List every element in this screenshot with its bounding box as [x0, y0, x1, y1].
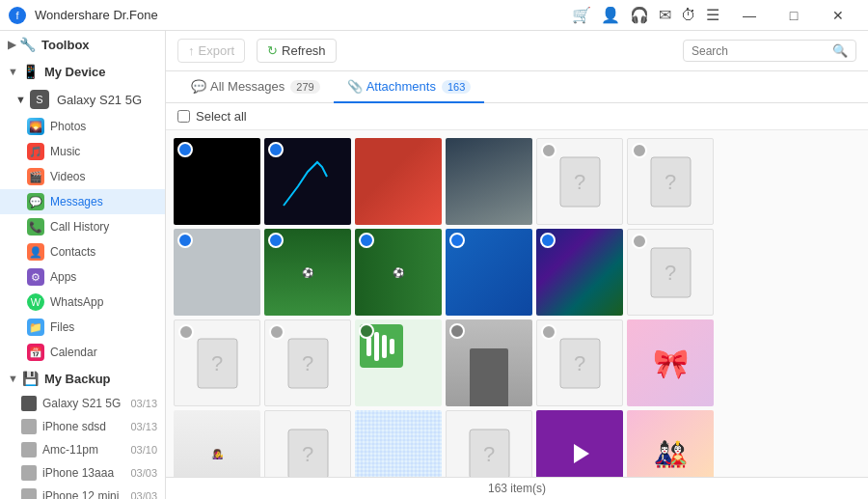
backup-galaxy[interactable]: Galaxy S21 5G 03/13 — [0, 392, 165, 415]
gallery-cell[interactable] — [446, 138, 532, 225]
backup-iphone13[interactable]: iPhone 13aaa 03/03 — [0, 461, 165, 485]
gallery-cell[interactable] — [446, 319, 532, 406]
all-messages-label: All Messages — [210, 79, 285, 94]
gallery-cell-audio[interactable] — [355, 319, 442, 406]
gallery-cell-file[interactable]: ? — [264, 319, 351, 406]
gallery-cell-file[interactable]: ? — [627, 138, 714, 225]
history-icon[interactable]: ⏱ — [681, 7, 696, 24]
select-all-label[interactable]: Select all — [177, 109, 247, 124]
gallery-cell-file[interactable]: ? — [446, 410, 532, 477]
cell-checkbox[interactable] — [268, 233, 284, 248]
tab-all-messages[interactable]: 💬 All Messages 279 — [177, 71, 334, 103]
sidebar-galaxy[interactable]: ▼ S Galaxy S21 5G — [0, 85, 165, 114]
sidebar-contacts[interactable]: 👤 Contacts — [0, 239, 165, 264]
cell-checkbox[interactable] — [177, 233, 193, 248]
svg-text:?: ? — [664, 170, 675, 194]
gallery-cell-kpop[interactable]: 👩‍🎤 — [174, 410, 260, 477]
gallery-cell[interactable] — [264, 138, 351, 225]
backup-iphone13-label: iPhone 13aaa — [42, 466, 130, 480]
cell-checkbox[interactable] — [541, 143, 556, 158]
sidebar-my-device[interactable]: ▼ 📱 My Device — [0, 58, 165, 85]
user-icon[interactable]: 👤 — [601, 6, 620, 24]
photos-icon: 🌄 — [27, 118, 44, 135]
attachments-count: 163 — [442, 80, 471, 94]
cart-icon[interactable]: 🛒 — [572, 6, 591, 24]
whatsapp-icon: W — [27, 293, 44, 311]
sidebar-files[interactable]: 📁 Files — [0, 315, 165, 340]
cell-checkbox[interactable] — [177, 142, 193, 157]
gallery-cell[interactable] — [446, 229, 532, 316]
tab-attachments[interactable]: 📎 Attachments 163 — [334, 71, 485, 103]
app-title: Wondershare Dr.Fone — [35, 8, 572, 22]
gallery-cell-anime2[interactable]: 🎎 — [627, 410, 714, 477]
cell-checkbox[interactable] — [632, 143, 647, 158]
backup-iphone-sdsd[interactable]: iPhone sdsd 03/13 — [0, 415, 165, 438]
cell-checkbox[interactable] — [449, 323, 465, 339]
gallery-cell-anime[interactable]: 🎀 — [627, 319, 714, 406]
export-label: Export — [199, 43, 235, 58]
gallery-cell-file[interactable]: ? — [264, 410, 351, 477]
cell-checkbox[interactable] — [359, 323, 374, 339]
cell-checkbox[interactable] — [540, 233, 556, 248]
gallery-cell[interactable] — [536, 229, 623, 316]
gallery-cell[interactable]: ⚽ — [264, 229, 351, 316]
win-maximize-button[interactable]: □ — [772, 0, 816, 31]
sidebar-toolbox[interactable]: ▶ 🔧 Toolbox — [0, 31, 165, 58]
search-box[interactable]: 🔍 — [683, 40, 856, 62]
refresh-label: Refresh — [282, 43, 326, 58]
my-device-arrow: ▼ — [8, 66, 18, 77]
menu-icon[interactable]: ☰ — [706, 6, 719, 24]
search-icon: 🔍 — [832, 43, 848, 58]
search-input[interactable] — [692, 44, 832, 58]
mail-icon[interactable]: ✉ — [659, 6, 671, 24]
cell-checkbox[interactable] — [632, 234, 647, 249]
files-label: Files — [50, 320, 74, 334]
sidebar-apps[interactable]: ⚙ Apps — [0, 264, 165, 290]
gallery-cell-file[interactable]: ? — [536, 319, 623, 406]
select-all-checkbox[interactable] — [177, 110, 190, 123]
backup-iphone12mini[interactable]: iPhone 12 mini 03/03 — [0, 485, 165, 499]
sidebar-photos[interactable]: 🌄 Photos — [0, 114, 165, 139]
export-icon: ↑ — [188, 43, 195, 58]
gallery-cell-video[interactable] — [536, 410, 623, 477]
svg-text:?: ? — [482, 442, 494, 466]
gallery-cell-file[interactable]: ? — [174, 319, 260, 406]
gallery-cell-texture[interactable] — [355, 410, 442, 477]
backup-amc[interactable]: Amc-11pm 03/10 — [0, 438, 165, 461]
gallery-cell-file[interactable]: ? — [536, 138, 623, 225]
cell-checkbox[interactable] — [268, 142, 284, 157]
win-minimize-button[interactable]: — — [727, 0, 772, 31]
cell-checkbox[interactable] — [541, 324, 556, 340]
backup-iphone12-label: iPhone 12 mini — [42, 489, 130, 499]
gallery: ? ? ⚽ ⚽ — [166, 130, 868, 477]
music-icon: 🎵 — [27, 143, 44, 160]
cell-checkbox[interactable] — [178, 324, 194, 340]
cell-checkbox[interactable] — [449, 233, 465, 248]
gallery-cell[interactable] — [174, 229, 260, 316]
headset-icon[interactable]: 🎧 — [630, 6, 649, 24]
sidebar-videos[interactable]: 🎬 Videos — [0, 164, 165, 189]
all-messages-count: 279 — [290, 80, 319, 94]
gallery-cell[interactable] — [355, 138, 442, 225]
sidebar-music[interactable]: 🎵 Music — [0, 139, 165, 164]
sidebar-calendar[interactable]: 📅 Calendar — [0, 340, 165, 365]
sidebar-whatsapp[interactable]: W WhatsApp — [0, 290, 165, 315]
my-device-icon: 📱 — [22, 64, 39, 79]
cell-checkbox[interactable] — [359, 233, 374, 248]
gallery-cell[interactable]: ⚽ — [355, 229, 442, 316]
messages-icon: 💬 — [27, 193, 44, 210]
refresh-button[interactable]: ↻ Refresh — [257, 39, 337, 63]
sidebar-messages[interactable]: 💬 Messages — [0, 189, 165, 214]
cell-checkbox[interactable] — [269, 324, 285, 340]
svg-text:?: ? — [573, 351, 584, 375]
gallery-cell-file[interactable]: ? — [627, 229, 714, 316]
export-button[interactable]: ↑ Export — [177, 39, 245, 63]
sidebar-my-backup[interactable]: ▼ 💾 My Backup — [0, 365, 165, 392]
gallery-row-4: 👩‍🎤 ? ? 🎎 — [174, 410, 860, 477]
gallery-row-1: ? ? — [174, 138, 860, 225]
win-close-button[interactable]: ✕ — [816, 0, 860, 31]
gallery-cell[interactable] — [174, 138, 260, 225]
backup-amc-date: 03/10 — [130, 444, 157, 456]
sidebar-call-history[interactable]: 📞 Call History — [0, 214, 165, 239]
videos-label: Videos — [50, 170, 85, 183]
